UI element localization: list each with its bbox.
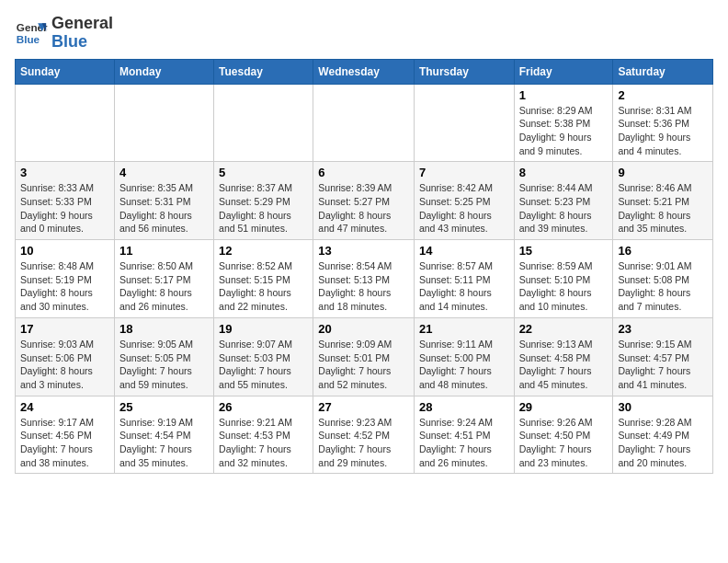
day-detail: Sunrise: 8:35 AM Sunset: 5:31 PM Dayligh…: [119, 182, 193, 234]
day-number: 3: [20, 166, 109, 179]
day-cell: 27Sunrise: 9:23 AM Sunset: 4:52 PM Dayli…: [313, 396, 415, 474]
day-cell: 7Sunrise: 8:42 AM Sunset: 5:25 PM Daylig…: [414, 162, 514, 240]
week-row-3: 10Sunrise: 8:48 AM Sunset: 5:19 PM Dayli…: [16, 240, 713, 318]
day-detail: Sunrise: 8:50 AM Sunset: 5:17 PM Dayligh…: [119, 260, 193, 312]
day-cell: 29Sunrise: 9:26 AM Sunset: 4:50 PM Dayli…: [514, 396, 613, 474]
day-number: 20: [318, 322, 409, 336]
day-cell: 15Sunrise: 8:59 AM Sunset: 5:10 PM Dayli…: [514, 240, 613, 318]
day-number: 23: [618, 322, 708, 336]
day-cell: 1Sunrise: 8:29 AM Sunset: 5:38 PM Daylig…: [514, 84, 613, 162]
day-number: 17: [20, 322, 109, 336]
day-number: 1: [519, 88, 609, 102]
day-detail: Sunrise: 9:28 AM Sunset: 4:49 PM Dayligh…: [618, 417, 691, 468]
column-header-friday: Friday: [514, 59, 613, 84]
day-number: 5: [219, 166, 308, 179]
day-cell: 11Sunrise: 8:50 AM Sunset: 5:17 PM Dayli…: [114, 240, 213, 318]
day-cell: 26Sunrise: 9:21 AM Sunset: 4:53 PM Dayli…: [214, 396, 313, 474]
day-detail: Sunrise: 9:24 AM Sunset: 4:51 PM Dayligh…: [419, 417, 493, 468]
day-detail: Sunrise: 9:23 AM Sunset: 4:52 PM Dayligh…: [318, 417, 392, 468]
day-cell: 3Sunrise: 8:33 AM Sunset: 5:33 PM Daylig…: [16, 162, 115, 240]
day-number: 15: [519, 244, 609, 258]
day-number: 24: [20, 400, 109, 414]
day-cell: 28Sunrise: 9:24 AM Sunset: 4:51 PM Dayli…: [414, 396, 514, 474]
day-number: 13: [318, 244, 409, 258]
svg-text:Blue: Blue: [17, 33, 40, 45]
day-detail: Sunrise: 8:33 AM Sunset: 5:33 PM Dayligh…: [20, 182, 94, 234]
day-number: 29: [519, 400, 609, 414]
day-cell: 13Sunrise: 8:54 AM Sunset: 5:13 PM Dayli…: [313, 240, 415, 318]
calendar-header-row: SundayMondayTuesdayWednesdayThursdayFrid…: [16, 59, 713, 84]
day-number: 22: [519, 322, 609, 336]
day-number: 26: [219, 400, 308, 414]
day-cell: 9Sunrise: 8:46 AM Sunset: 5:21 PM Daylig…: [613, 162, 713, 240]
logo: General Blue General Blue: [15, 15, 113, 52]
day-cell: 6Sunrise: 8:39 AM Sunset: 5:27 PM Daylig…: [313, 162, 415, 240]
day-cell: 30Sunrise: 9:28 AM Sunset: 4:49 PM Dayli…: [613, 396, 713, 474]
header: General Blue General Blue: [15, 15, 713, 52]
day-detail: Sunrise: 8:57 AM Sunset: 5:11 PM Dayligh…: [419, 260, 493, 312]
column-header-saturday: Saturday: [613, 59, 713, 84]
day-number: 16: [618, 244, 708, 258]
day-cell: 16Sunrise: 9:01 AM Sunset: 5:08 PM Dayli…: [613, 240, 713, 318]
column-header-monday: Monday: [114, 59, 213, 84]
day-detail: Sunrise: 9:09 AM Sunset: 5:01 PM Dayligh…: [318, 339, 392, 390]
day-number: 6: [318, 166, 409, 179]
day-cell: 10Sunrise: 8:48 AM Sunset: 5:19 PM Dayli…: [16, 240, 115, 318]
day-number: 30: [618, 400, 708, 414]
day-detail: Sunrise: 9:17 AM Sunset: 4:56 PM Dayligh…: [20, 417, 94, 468]
logo-text: General Blue: [51, 15, 113, 52]
day-cell: 19Sunrise: 9:07 AM Sunset: 5:03 PM Dayli…: [214, 317, 313, 396]
day-cell: 23Sunrise: 9:15 AM Sunset: 4:57 PM Dayli…: [613, 317, 713, 396]
day-detail: Sunrise: 9:15 AM Sunset: 4:57 PM Dayligh…: [618, 339, 691, 390]
day-detail: Sunrise: 9:07 AM Sunset: 5:03 PM Dayligh…: [219, 339, 292, 390]
day-cell: 8Sunrise: 8:44 AM Sunset: 5:23 PM Daylig…: [514, 162, 613, 240]
week-row-4: 17Sunrise: 9:03 AM Sunset: 5:06 PM Dayli…: [16, 317, 713, 396]
day-detail: Sunrise: 8:59 AM Sunset: 5:10 PM Dayligh…: [519, 260, 593, 312]
day-detail: Sunrise: 9:19 AM Sunset: 4:54 PM Dayligh…: [119, 417, 193, 468]
week-row-1: 1Sunrise: 8:29 AM Sunset: 5:38 PM Daylig…: [16, 84, 713, 162]
day-number: 11: [119, 244, 209, 258]
day-detail: Sunrise: 9:03 AM Sunset: 5:06 PM Dayligh…: [20, 339, 94, 390]
day-number: 14: [419, 244, 509, 258]
day-detail: Sunrise: 8:37 AM Sunset: 5:29 PM Dayligh…: [219, 182, 292, 234]
day-number: 18: [119, 322, 209, 336]
day-cell: 14Sunrise: 8:57 AM Sunset: 5:11 PM Dayli…: [414, 240, 514, 318]
column-header-tuesday: Tuesday: [214, 59, 313, 84]
day-cell: 22Sunrise: 9:13 AM Sunset: 4:58 PM Dayli…: [514, 317, 613, 396]
day-number: 9: [618, 166, 708, 179]
day-detail: Sunrise: 8:46 AM Sunset: 5:21 PM Dayligh…: [618, 182, 691, 234]
day-number: 4: [119, 166, 209, 179]
day-cell: 17Sunrise: 9:03 AM Sunset: 5:06 PM Dayli…: [16, 317, 115, 396]
day-cell: 12Sunrise: 8:52 AM Sunset: 5:15 PM Dayli…: [214, 240, 313, 318]
day-detail: Sunrise: 9:01 AM Sunset: 5:08 PM Dayligh…: [618, 260, 691, 312]
day-number: 8: [519, 166, 609, 179]
day-cell: [114, 84, 213, 162]
day-cell: 18Sunrise: 9:05 AM Sunset: 5:05 PM Dayli…: [114, 317, 213, 396]
day-detail: Sunrise: 8:44 AM Sunset: 5:23 PM Dayligh…: [519, 182, 593, 234]
day-detail: Sunrise: 8:54 AM Sunset: 5:13 PM Dayligh…: [318, 260, 392, 312]
day-detail: Sunrise: 9:21 AM Sunset: 4:53 PM Dayligh…: [219, 417, 292, 468]
day-number: 25: [119, 400, 209, 414]
day-number: 10: [20, 244, 109, 258]
day-cell: 20Sunrise: 9:09 AM Sunset: 5:01 PM Dayli…: [313, 317, 415, 396]
day-detail: Sunrise: 8:48 AM Sunset: 5:19 PM Dayligh…: [20, 260, 94, 312]
day-number: 2: [618, 88, 708, 102]
day-detail: Sunrise: 8:42 AM Sunset: 5:25 PM Dayligh…: [419, 182, 493, 234]
day-cell: 21Sunrise: 9:11 AM Sunset: 5:00 PM Dayli…: [414, 317, 514, 396]
day-number: 21: [419, 322, 509, 336]
day-cell: 24Sunrise: 9:17 AM Sunset: 4:56 PM Dayli…: [16, 396, 115, 474]
column-header-thursday: Thursday: [414, 59, 514, 84]
day-detail: Sunrise: 9:05 AM Sunset: 5:05 PM Dayligh…: [119, 339, 193, 390]
day-detail: Sunrise: 9:11 AM Sunset: 5:00 PM Dayligh…: [419, 339, 493, 390]
day-number: 27: [318, 400, 409, 414]
day-number: 12: [219, 244, 308, 258]
week-row-5: 24Sunrise: 9:17 AM Sunset: 4:56 PM Dayli…: [16, 396, 713, 474]
day-cell: [214, 84, 313, 162]
day-number: 28: [419, 400, 509, 414]
day-detail: Sunrise: 8:31 AM Sunset: 5:36 PM Dayligh…: [618, 105, 691, 156]
day-cell: [313, 84, 415, 162]
day-detail: Sunrise: 9:26 AM Sunset: 4:50 PM Dayligh…: [519, 417, 593, 468]
column-header-sunday: Sunday: [16, 59, 115, 84]
day-cell: [414, 84, 514, 162]
column-header-wednesday: Wednesday: [313, 59, 415, 84]
